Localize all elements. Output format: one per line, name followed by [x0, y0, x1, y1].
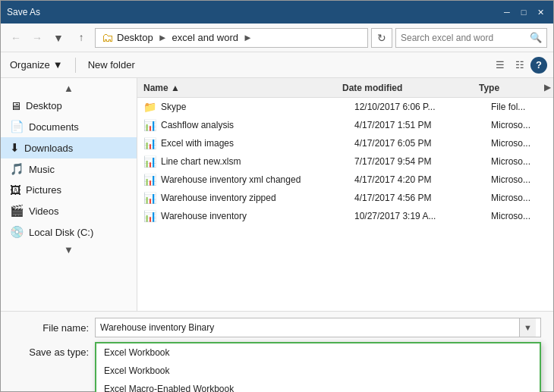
warehouse-name: Warehouse inventory — [161, 211, 247, 221]
file-row-warehouse[interactable]: 📊 Warehouse inventory 10/27/2017 3:19 A.… — [137, 207, 553, 225]
close-button[interactable]: ✕ — [534, 5, 547, 19]
organize-button[interactable]: Organize ▼ — [7, 58, 66, 72]
sidebar-label-pictures: Pictures — [26, 184, 61, 196]
savetype-dropdown-container: ▼ Excel Workbook Excel Workbook Excel Ma… — [95, 342, 541, 362]
desktop-icon: 🖥 — [10, 99, 21, 112]
linechart-date: 7/17/2017 9:54 PM — [348, 156, 485, 167]
filename-input-wrap[interactable]: ▼ — [95, 318, 541, 337]
search-input[interactable] — [401, 33, 527, 43]
file-row-warehouse-zipped[interactable]: 📊 Warehouse inventory zipped 4/17/2017 4… — [137, 189, 553, 207]
up-button[interactable]: ↑ — [71, 29, 92, 47]
search-icon: 🔍 — [530, 32, 542, 43]
warehouse-xml-name: Warehouse inventory xml changed — [161, 174, 301, 185]
cashflow-type: Microso... — [485, 120, 553, 130]
downloads-icon: ⬇ — [10, 141, 20, 155]
linechart-type: Microso... — [485, 156, 553, 167]
skype-folder-icon: 📁 — [143, 101, 156, 113]
cashflow-excel-icon: 📊 — [143, 119, 156, 131]
content-area: ▲ 🖥 Desktop 📄 Documents ⬇ Downloads 🎵 Mu… — [1, 78, 553, 311]
sidebar-label-documents: Documents — [29, 121, 79, 133]
sidebar-label-music: Music — [29, 164, 55, 175]
sidebar-label-localdisk: Local Disk (C:) — [29, 227, 93, 238]
sidebar-item-pictures[interactable]: 🖼 Pictures — [1, 180, 137, 200]
view-details-button[interactable]: ☷ — [511, 56, 529, 74]
path-desktop: Desktop — [117, 32, 153, 43]
warehouse-zipped-date: 4/17/2017 4:56 PM — [348, 193, 485, 203]
sidebar-label-downloads: Downloads — [24, 143, 73, 154]
filename-label: File name: — [13, 322, 89, 334]
skype-date: 12/10/2017 6:06 P... — [348, 102, 485, 112]
documents-icon: 📄 — [10, 120, 24, 133]
filename-row: File name: ▼ — [13, 318, 541, 337]
linechart-name: Line chart new.xlsm — [161, 156, 241, 167]
option-excel-workbook-1[interactable]: Excel Workbook — [96, 343, 540, 362]
filename-dropdown-btn[interactable]: ▼ — [519, 318, 536, 337]
file-row-excel-images[interactable]: 📊 Excel with images 4/17/2017 6:05 PM Mi… — [137, 134, 553, 152]
filename-input[interactable] — [100, 322, 519, 333]
sidebar-label-videos: Videos — [29, 205, 59, 217]
excelimages-date: 4/17/2017 6:05 PM — [348, 138, 485, 149]
option-excel-macro[interactable]: Excel Macro-Enabled Workbook — [96, 380, 540, 392]
address-bar: ← → ▼ ↑ 🗂 Desktop ► excel and word ► ↻ 🔍 — [1, 24, 553, 52]
file-row-linechart[interactable]: 📊 Line chart new.xlsm 7/17/2017 9:54 PM … — [137, 152, 553, 171]
title-controls: ─ □ ✕ — [500, 5, 547, 19]
file-list-header: Name ▲ Date modified Type ▶ — [137, 78, 553, 98]
help-button[interactable]: ? — [530, 57, 547, 74]
path-separator-2: ► — [243, 32, 253, 43]
search-box[interactable]: 🔍 — [395, 28, 547, 48]
videos-icon: 🎬 — [10, 204, 24, 218]
excelimages-icon: 📊 — [143, 137, 156, 149]
recent-locations-button[interactable]: ▼ — [49, 29, 68, 47]
sidebar-item-downloads[interactable]: ⬇ Downloads — [1, 137, 137, 158]
option-excel-workbook-2[interactable]: Excel Workbook — [96, 362, 540, 380]
file-row-cashflow[interactable]: 📊 Cashflow analysis 4/17/2017 1:51 PM Mi… — [137, 116, 553, 134]
col-name-header[interactable]: Name ▲ — [137, 83, 336, 93]
excelimages-name: Excel with images — [161, 138, 234, 149]
window-title: Save As — [7, 7, 40, 17]
sidebar-item-videos[interactable]: 🎬 Videos — [1, 200, 137, 221]
back-button[interactable]: ← — [7, 29, 25, 47]
title-bar: Save As ─ □ ✕ — [1, 1, 553, 24]
toolbar-separator — [75, 58, 76, 73]
warehouse-xml-date: 4/17/2017 4:20 PM — [348, 174, 485, 185]
warehouse-xml-type: Microso... — [485, 174, 553, 185]
warehouse-type: Microso... — [485, 211, 553, 221]
view-list-button[interactable]: ☰ — [491, 56, 509, 74]
sidebar-item-localDisk[interactable]: 💿 Local Disk (C:) — [1, 221, 137, 243]
linechart-icon: 📊 — [143, 155, 156, 168]
col-date-header[interactable]: Date modified — [336, 83, 473, 93]
file-row-skype[interactable]: 📁 Skype 12/10/2017 6:06 P... File fol... — [137, 98, 553, 116]
new-folder-button[interactable]: New folder — [85, 58, 138, 72]
sidebar-label-desktop: Desktop — [26, 100, 62, 111]
warehouse-icon: 📊 — [143, 210, 156, 222]
sidebar-item-music[interactable]: 🎵 Music — [1, 158, 137, 180]
forward-button[interactable]: → — [28, 29, 46, 47]
warehouse-xml-icon: 📊 — [143, 174, 156, 186]
sidebar-item-documents[interactable]: 📄 Documents — [1, 116, 137, 137]
warehouse-date: 10/27/2017 3:19 A... — [348, 211, 485, 221]
path-excelandword: excel and word — [172, 32, 238, 43]
sidebar-scroll-up[interactable]: ▲ — [1, 81, 137, 96]
sidebar: ▲ 🖥 Desktop 📄 Documents ⬇ Downloads 🎵 Mu… — [1, 78, 137, 311]
sidebar-scroll-down[interactable]: ▼ — [1, 243, 137, 257]
file-row-warehouse-xml[interactable]: 📊 Warehouse inventory xml changed 4/17/2… — [137, 171, 553, 189]
cashflow-date: 4/17/2017 1:51 PM — [348, 120, 485, 130]
savetype-dropdown-options: Excel Workbook Excel Workbook Excel Macr… — [95, 342, 541, 392]
toolbar: Organize ▼ New folder ☰ ☷ ? — [1, 52, 553, 78]
save-as-dialog: Save As ─ □ ✕ ← → ▼ ↑ 🗂 Desktop ► excel … — [0, 0, 554, 392]
address-path[interactable]: 🗂 Desktop ► excel and word ► — [95, 28, 368, 48]
path-separator-1: ► — [158, 32, 168, 43]
music-icon: 🎵 — [10, 162, 24, 176]
savetype-label: Save as type: — [13, 347, 89, 358]
minimize-button[interactable]: ─ — [500, 5, 514, 19]
skype-name: Skype — [161, 102, 186, 112]
folder-icon: 🗂 — [102, 31, 114, 45]
new-folder-label: New folder — [88, 59, 135, 71]
savetype-row: Save as type: ▼ Excel Workbook Excel Wor… — [13, 342, 541, 362]
skype-type: File fol... — [485, 102, 553, 112]
sidebar-item-desktop[interactable]: 🖥 Desktop — [1, 96, 137, 116]
maximize-button[interactable]: □ — [517, 5, 530, 19]
header-scroll-arrow[interactable]: ▶ — [541, 83, 553, 93]
col-type-header[interactable]: Type — [473, 83, 541, 93]
refresh-button[interactable]: ↻ — [371, 28, 392, 48]
